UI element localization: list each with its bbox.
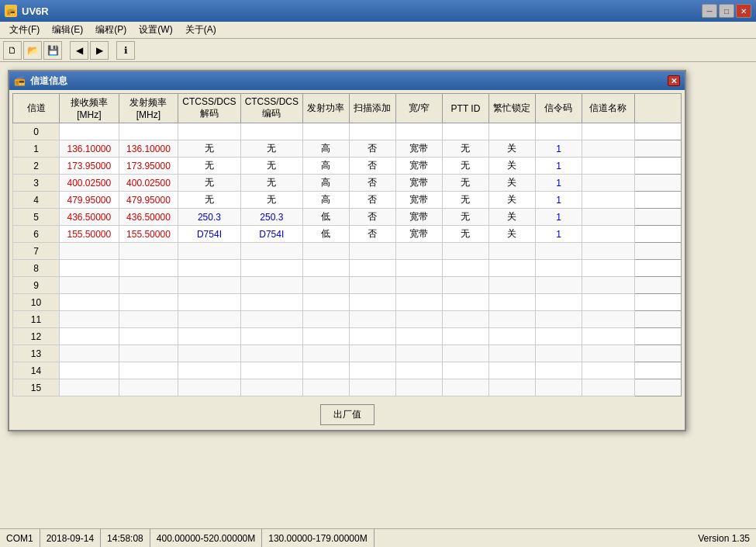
cell-ctcss-dec[interactable] <box>178 260 240 277</box>
cell-scan[interactable]: 否 <box>349 209 395 226</box>
cell-scan[interactable] <box>349 311 395 328</box>
cell-ptt[interactable]: 无 <box>442 140 488 158</box>
cell-wide[interactable] <box>395 362 442 379</box>
cell-wide[interactable]: 宽带 <box>395 226 442 243</box>
cell-wide[interactable]: 宽带 <box>395 158 442 175</box>
save-button[interactable]: 💾 <box>43 41 62 60</box>
open-button[interactable]: 📂 <box>23 41 42 60</box>
maximize-button[interactable]: □ <box>719 4 734 18</box>
cell-tx[interactable] <box>119 243 178 260</box>
cell-wide[interactable] <box>395 277 442 294</box>
info-button[interactable]: ℹ <box>116 41 135 60</box>
cell-tx[interactable] <box>119 362 178 379</box>
cell-power[interactable] <box>302 243 349 260</box>
cell-wide[interactable]: 宽带 <box>395 192 442 209</box>
cell-power[interactable]: 高 <box>302 175 349 192</box>
cell-name[interactable] <box>582 226 634 243</box>
cell-ctcss-enc[interactable]: 无 <box>240 175 302 192</box>
cell-scan[interactable] <box>349 362 395 379</box>
table-row[interactable]: 8 <box>13 260 682 277</box>
cell-scan[interactable]: 否 <box>349 140 395 158</box>
cell-tx[interactable] <box>119 345 178 362</box>
cell-ptt[interactable] <box>442 277 488 294</box>
cell-rx[interactable]: 436.50000 <box>60 209 119 226</box>
cell-busy[interactable] <box>488 345 535 362</box>
cell-name[interactable] <box>582 294 634 311</box>
cell-ptt[interactable] <box>442 328 488 345</box>
cell-name[interactable] <box>582 158 634 175</box>
cell-rx[interactable] <box>60 243 119 260</box>
cell-ctcss-dec[interactable]: D754I <box>178 226 240 243</box>
cell-scan[interactable] <box>349 345 395 362</box>
cell-scan[interactable]: 否 <box>349 158 395 175</box>
cell-name[interactable] <box>582 192 634 209</box>
menu-edit[interactable]: 编辑(E) <box>46 22 89 38</box>
cell-signal[interactable] <box>535 294 582 311</box>
cell-scan[interactable]: 否 <box>349 175 395 192</box>
table-row[interactable]: 15 <box>13 379 682 396</box>
table-row[interactable]: 0 <box>13 123 682 140</box>
menu-settings[interactable]: 设置(W) <box>133 22 178 38</box>
cell-signal[interactable] <box>535 123 582 140</box>
cell-ctcss-enc[interactable] <box>240 260 302 277</box>
cell-busy[interactable]: 关 <box>488 175 535 192</box>
cell-rx[interactable] <box>60 311 119 328</box>
cell-name[interactable] <box>582 328 634 345</box>
table-row[interactable]: 4 479.95000 479.95000 无 无 高 否 宽带 无 关 1 <box>13 192 682 209</box>
cell-busy[interactable] <box>488 243 535 260</box>
cell-busy[interactable]: 关 <box>488 192 535 209</box>
cell-rx[interactable]: 136.10000 <box>60 140 119 158</box>
table-row[interactable]: 1 136.10000 136.10000 无 无 高 否 宽带 无 关 1 <box>13 140 682 158</box>
table-row[interactable]: 6 155.50000 155.50000 D754I D754I 低 否 宽带… <box>13 226 682 243</box>
cell-power[interactable]: 高 <box>302 140 349 158</box>
cell-rx[interactable]: 173.95000 <box>60 158 119 175</box>
cell-ctcss-dec[interactable]: 无 <box>178 192 240 209</box>
cell-wide[interactable] <box>395 328 442 345</box>
cell-ctcss-enc[interactable] <box>240 277 302 294</box>
cell-scan[interactable]: 否 <box>349 226 395 243</box>
table-row[interactable]: 11 <box>13 311 682 328</box>
cell-signal[interactable]: 1 <box>535 140 582 158</box>
cell-ctcss-dec[interactable] <box>178 362 240 379</box>
cell-ptt[interactable]: 无 <box>442 158 488 175</box>
cell-power[interactable] <box>302 277 349 294</box>
cell-name[interactable] <box>582 140 634 158</box>
cell-ptt[interactable]: 无 <box>442 175 488 192</box>
cell-wide[interactable] <box>395 260 442 277</box>
cell-ptt[interactable] <box>442 379 488 396</box>
cell-tx[interactable] <box>119 328 178 345</box>
cell-ptt[interactable] <box>442 260 488 277</box>
cell-busy[interactable] <box>488 311 535 328</box>
cell-ctcss-dec[interactable] <box>178 294 240 311</box>
cell-ctcss-enc[interactable] <box>240 328 302 345</box>
cell-ctcss-dec[interactable] <box>178 328 240 345</box>
cell-power[interactable] <box>302 294 349 311</box>
cell-busy[interactable]: 关 <box>488 140 535 158</box>
cell-rx[interactable] <box>60 123 119 140</box>
cell-ptt[interactable] <box>442 123 488 140</box>
cell-ctcss-enc[interactable]: 无 <box>240 192 302 209</box>
cell-ctcss-dec[interactable] <box>178 311 240 328</box>
menu-about[interactable]: 关于(A) <box>179 22 223 38</box>
cell-ptt[interactable] <box>442 294 488 311</box>
cell-ctcss-dec[interactable]: 250.3 <box>178 209 240 226</box>
cell-tx[interactable]: 136.10000 <box>119 140 178 158</box>
cell-ptt[interactable]: 无 <box>442 192 488 209</box>
cell-ptt[interactable] <box>442 362 488 379</box>
cell-signal[interactable] <box>535 328 582 345</box>
cell-rx[interactable] <box>60 379 119 396</box>
cell-name[interactable] <box>582 362 634 379</box>
cell-tx[interactable]: 436.50000 <box>119 209 178 226</box>
cell-name[interactable] <box>582 311 634 328</box>
table-row[interactable]: 13 <box>13 345 682 362</box>
cell-tx[interactable] <box>119 379 178 396</box>
cell-name[interactable] <box>582 123 634 140</box>
cell-name[interactable] <box>582 277 634 294</box>
cell-busy[interactable] <box>488 328 535 345</box>
cell-ctcss-enc[interactable]: 无 <box>240 140 302 158</box>
cell-ctcss-enc[interactable]: 250.3 <box>240 209 302 226</box>
cell-ctcss-enc[interactable] <box>240 379 302 396</box>
cell-signal[interactable]: 1 <box>535 226 582 243</box>
table-row[interactable]: 3 400.02500 400.02500 无 无 高 否 宽带 无 关 1 <box>13 175 682 192</box>
cell-ctcss-dec[interactable]: 无 <box>178 158 240 175</box>
